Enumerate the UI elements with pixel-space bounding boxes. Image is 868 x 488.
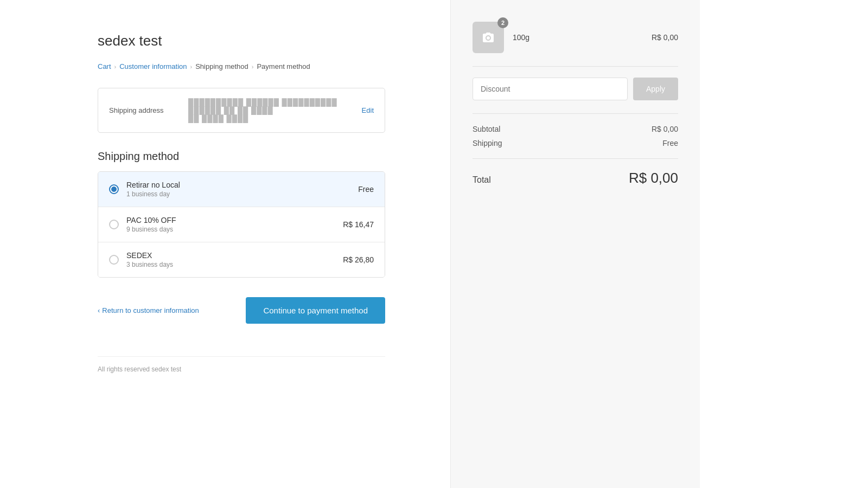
shipping-row: Shipping Free [473, 139, 678, 147]
page-footer: All rights reserved sedex test [98, 356, 385, 373]
shipping-label: Shipping [473, 139, 502, 147]
shipping-address-label: Shipping address [109, 106, 180, 114]
product-badge: 2 [497, 17, 508, 28]
shipping-option-1[interactable]: Retirar no Local 1 business day Free [98, 172, 385, 207]
option-2-name: PAC 10% OFF [126, 216, 343, 224]
shipping-address-value: ██████████ ██████ ██████████ ██████ ██ █… [188, 98, 353, 123]
breadcrumb-cart[interactable]: Cart [98, 62, 111, 70]
sidebar: 2 100g R$ 0,00 Apply Subtotal R$ 0,00 Sh… [450, 0, 700, 488]
discount-input[interactable] [473, 78, 628, 100]
option-1-name: Retirar no Local [126, 181, 358, 189]
option-3-days: 3 business days [126, 261, 343, 268]
product-price: R$ 0,00 [652, 33, 678, 42]
return-link-label: Return to customer information [102, 306, 199, 314]
option-1-days: 1 business day [126, 190, 358, 198]
option-2-price: R$ 16,47 [343, 220, 374, 229]
total-row: Total R$ 0,00 [473, 170, 678, 187]
shipping-option-3[interactable]: SEDEX 3 business days R$ 26,80 [98, 242, 385, 277]
subtotal-value: R$ 0,00 [652, 125, 678, 133]
apply-button[interactable]: Apply [633, 78, 678, 100]
option-2-days: 9 business days [126, 226, 343, 233]
return-link[interactable]: ‹ Return to customer information [98, 306, 199, 314]
total-label: Total [473, 175, 491, 185]
breadcrumb-sep-1: › [114, 63, 117, 70]
continue-button[interactable]: Continue to payment method [246, 297, 385, 324]
footer-actions: ‹ Return to customer information Continu… [98, 297, 385, 324]
radio-option-1[interactable] [109, 184, 119, 194]
shipping-option-2[interactable]: PAC 10% OFF 9 business days R$ 16,47 [98, 207, 385, 242]
store-title: sedex test [98, 33, 385, 49]
discount-row: Apply [473, 78, 678, 100]
breadcrumb-sep-3: › [252, 63, 254, 70]
option-1-price: Free [358, 185, 374, 194]
radio-option-3[interactable] [109, 255, 119, 265]
divider-3 [473, 158, 678, 159]
shipping-options-list: Retirar no Local 1 business day Free PAC… [98, 171, 385, 278]
breadcrumb-shipping-method: Shipping method [195, 62, 248, 70]
radio-option-2[interactable] [109, 220, 119, 229]
option-3-name: SEDEX [126, 251, 343, 260]
divider-1 [473, 66, 678, 67]
product-name: 100g [513, 33, 652, 42]
svg-point-0 [487, 36, 490, 40]
edit-address-link[interactable]: Edit [362, 106, 374, 114]
breadcrumb-payment-method: Payment method [257, 62, 310, 70]
option-3-price: R$ 26,80 [343, 255, 374, 264]
camera-icon [482, 31, 495, 44]
total-value: R$ 0,00 [629, 170, 678, 187]
shipping-address-box: Shipping address ██████████ ██████ █████… [98, 88, 385, 133]
subtotal-label: Subtotal [473, 125, 500, 133]
copyright-text: All rights reserved sedex test [98, 365, 181, 373]
divider-2 [473, 113, 678, 114]
shipping-method-title: Shipping method [98, 150, 385, 163]
subtotal-row: Subtotal R$ 0,00 [473, 125, 678, 133]
product-item: 2 100g R$ 0,00 [473, 22, 678, 53]
breadcrumb-sep-2: › [190, 63, 193, 70]
breadcrumb: Cart › Customer information › Shipping m… [98, 62, 385, 70]
breadcrumb-customer-information[interactable]: Customer information [119, 62, 187, 70]
product-image-wrap: 2 [473, 22, 504, 53]
chevron-left-icon: ‹ [98, 306, 100, 314]
shipping-value: Free [662, 139, 678, 147]
